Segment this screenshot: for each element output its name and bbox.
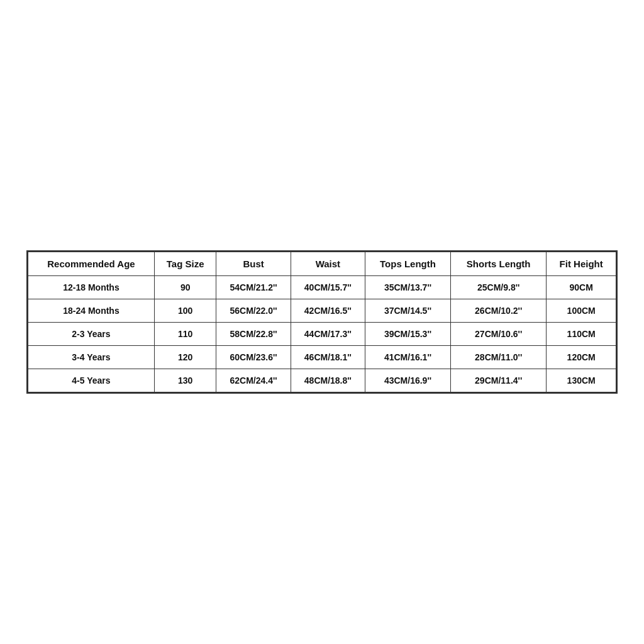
cell-fit-height: 130CM: [547, 369, 616, 392]
cell-tag-size: 100: [154, 299, 216, 323]
col-header-tag-size: Tag Size: [154, 252, 216, 276]
cell-age: 18-24 Months: [28, 299, 155, 323]
cell-tag-size: 130: [154, 369, 216, 392]
cell-shorts-length: 27CM/10.6'': [450, 323, 546, 346]
cell-waist: 40CM/15.7'': [291, 276, 365, 299]
cell-tops-length: 39CM/15.3'': [365, 323, 451, 346]
cell-bust: 56CM/22.0'': [216, 299, 291, 323]
cell-shorts-length: 29CM/11.4'': [450, 369, 546, 392]
cell-fit-height: 120CM: [547, 346, 616, 369]
cell-waist: 46CM/18.1'': [291, 346, 365, 369]
cell-shorts-length: 25CM/9.8'': [450, 276, 546, 299]
cell-bust: 62CM/24.4'': [216, 369, 291, 392]
cell-bust: 54CM/21.2'': [216, 276, 291, 299]
col-header-age: Recommended Age: [28, 252, 155, 276]
table-row: 18-24 Months10056CM/22.0''42CM/16.5''37C…: [28, 299, 616, 323]
cell-tops-length: 37CM/14.5'': [365, 299, 451, 323]
cell-age: 12-18 Months: [28, 276, 155, 299]
cell-waist: 48CM/18.8'': [291, 369, 365, 392]
cell-shorts-length: 28CM/11.0'': [450, 346, 546, 369]
table-row: 12-18 Months9054CM/21.2''40CM/15.7''35CM…: [28, 276, 616, 299]
cell-fit-height: 90CM: [547, 276, 616, 299]
cell-waist: 44CM/17.3'': [291, 323, 365, 346]
col-header-fit-height: Fit Height: [547, 252, 616, 276]
table-row: 3-4 Years12060CM/23.6''46CM/18.1''41CM/1…: [28, 346, 616, 369]
col-header-bust: Bust: [216, 252, 291, 276]
cell-fit-height: 100CM: [547, 299, 616, 323]
cell-age: 2-3 Years: [28, 323, 155, 346]
cell-bust: 58CM/22.8'': [216, 323, 291, 346]
size-chart-container: Recommended Age Tag Size Bust Waist Tops…: [26, 250, 618, 394]
table-header-row: Recommended Age Tag Size Bust Waist Tops…: [28, 252, 616, 276]
cell-age: 4-5 Years: [28, 369, 155, 392]
cell-tops-length: 41CM/16.1'': [365, 346, 451, 369]
cell-tag-size: 90: [154, 276, 216, 299]
cell-tag-size: 110: [154, 323, 216, 346]
col-header-tops-length: Tops Length: [365, 252, 451, 276]
table-row: 4-5 Years13062CM/24.4''48CM/18.8''43CM/1…: [28, 369, 616, 392]
cell-bust: 60CM/23.6'': [216, 346, 291, 369]
cell-age: 3-4 Years: [28, 346, 155, 369]
cell-tops-length: 43CM/16.9'': [365, 369, 451, 392]
table-row: 2-3 Years11058CM/22.8''44CM/17.3''39CM/1…: [28, 323, 616, 346]
col-header-waist: Waist: [291, 252, 365, 276]
col-header-shorts-length: Shorts Length: [450, 252, 546, 276]
cell-shorts-length: 26CM/10.2'': [450, 299, 546, 323]
size-chart-table: Recommended Age Tag Size Bust Waist Tops…: [28, 252, 616, 392]
cell-tops-length: 35CM/13.7'': [365, 276, 451, 299]
cell-fit-height: 110CM: [547, 323, 616, 346]
cell-waist: 42CM/16.5'': [291, 299, 365, 323]
cell-tag-size: 120: [154, 346, 216, 369]
